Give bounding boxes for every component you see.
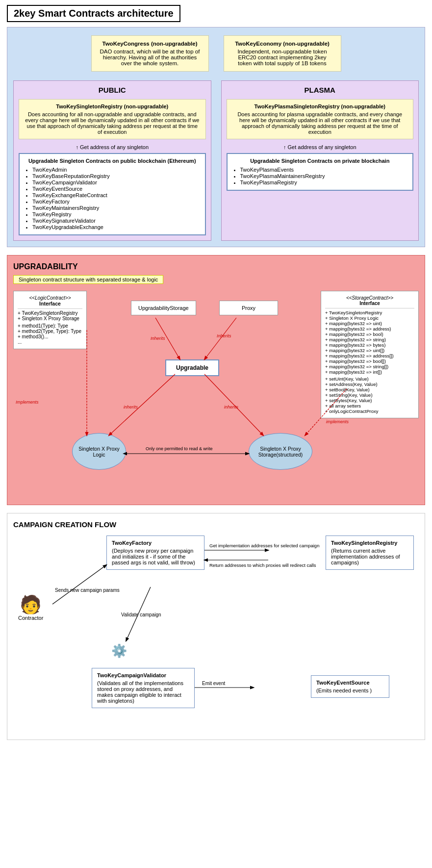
list-item: TwoKeyUpgradableExchange xyxy=(32,224,200,230)
svg-text:Get implementation addresses f: Get implementation addresses for selecte… xyxy=(209,543,319,548)
plasma-upgradable-list: TwoKeyPlasmaEvents TwoKeyPlasmaMaintaine… xyxy=(232,167,408,185)
page-title: 2key Smart Contracts architecture xyxy=(7,5,180,22)
si-line: + mapping(bytes32 => bytes) xyxy=(325,342,414,348)
si-line: + mapping(bytes32 => uint) xyxy=(325,321,414,326)
factory-box: TwoKeyFactory (Deploys new proxy per cam… xyxy=(106,536,204,570)
event-source-title: TwoKeyEventSource xyxy=(316,680,384,686)
campaign-title: CAMPAIGN CREATION FLOW xyxy=(13,520,419,529)
logic-stereotype: <<LogicContract>> xyxy=(18,295,82,301)
public-upgradable-title: Upgradable Singleton Contracts on public… xyxy=(25,158,200,164)
factory-desc: (Deploys new proxy per campaign and init… xyxy=(112,548,199,565)
singleton-registry-title: TwoKeySingletonRegistry xyxy=(331,540,408,546)
svg-text:implements: implements xyxy=(326,419,349,424)
si-line: + Singleton X Proxy Logic xyxy=(325,315,414,321)
svg-text:Only one permitted to read & w: Only one permitted to read & write xyxy=(146,446,213,451)
economy-title: TwoKeyEconomy (non-upgradable) xyxy=(231,41,334,47)
contractor-icon: 🧑 xyxy=(18,594,43,615)
si-line: + all array setters xyxy=(325,403,414,408)
logic-line4: + method2(Type, Type): Type xyxy=(18,329,82,334)
si-line: + mapping(bytes32 => uint[]) xyxy=(325,348,414,353)
economy-desc: Independent, non-upgradable token ERC20 … xyxy=(231,49,334,66)
si-line: + mapping(bytes32 => address) xyxy=(325,326,414,332)
economy-box: TwoKeyEconomy (non-upgradable) Independe… xyxy=(224,35,341,72)
proxy-box: Proxy xyxy=(219,301,278,315)
svg-text:inherits: inherits xyxy=(224,405,239,409)
svg-line-2 xyxy=(204,318,236,359)
si-line: + mapping(bytes32 => string) xyxy=(325,337,414,342)
list-item: TwoKeyAdmin xyxy=(32,167,200,173)
si-line: + setBytes(Key, Value) xyxy=(325,398,414,403)
svg-text:Emit event: Emit event xyxy=(202,681,225,686)
congress-box: TwoKeyCongress (non-upgradable) DAO cont… xyxy=(91,35,209,72)
contractor-figure: 🧑 Contractor xyxy=(18,594,43,621)
si-line: + mapping(bytes32 => address[]) xyxy=(325,353,414,358)
si-line: + setBool(Key, Value) xyxy=(325,387,414,392)
si-line: + setAddress(Key, Value) xyxy=(325,382,414,387)
si-line: + setString(Key, Value) xyxy=(325,392,414,398)
si-line: + onlyLogicContractProxy xyxy=(325,408,414,414)
event-source-desc: (Emits needed events ) xyxy=(316,688,384,693)
list-item: TwoKeyCampaignValidator xyxy=(32,179,200,185)
upgradability-storage-box: UpgradabilityStorage xyxy=(131,301,196,315)
list-item: TwoKeyRegistry xyxy=(32,211,200,217)
list-item: TwoKeyExchangeRateContract xyxy=(32,192,200,198)
svg-line-0 xyxy=(155,318,180,359)
list-item: TwoKeyMaintainersRegistry xyxy=(32,205,200,211)
public-upgradable-box: Upgradable Singleton Contracts on public… xyxy=(19,153,206,235)
plasma-upgradable-box: Upgradable Singleton Contracts on privat… xyxy=(227,153,414,191)
public-singleton-title: TwoKeySingletonRegistry (non-upgradable) xyxy=(24,103,201,109)
validator-desc: (Validates all of the implementations st… xyxy=(97,680,189,704)
plasma-singleton-title: TwoKeyPlasmaSingletonRegistry (non-upgra… xyxy=(232,103,408,109)
plasma-panel: PLASMA TwoKeyPlasmaSingletonRegistry (no… xyxy=(221,80,419,241)
upgradable-box: Upgradable xyxy=(165,359,219,376)
campaign-section: CAMPAIGN CREATION FLOW TwoKeyFactory (De… xyxy=(7,513,425,740)
logic-interface-title: Interface xyxy=(18,301,82,306)
storage-stereotype: <<StorageContract>> xyxy=(325,295,414,301)
svg-text:Validate campaign: Validate campaign xyxy=(121,612,161,617)
svg-text:Return addresses to which prox: Return addresses to which proxies will r… xyxy=(209,562,316,568)
si-line: + mapping(bytes32 => bool[]) xyxy=(325,358,414,364)
event-source-box: TwoKeyEventSource (Emits needed events ) xyxy=(311,675,389,698)
validator-title: TwoKeyCampaignValidator xyxy=(97,672,189,678)
list-item: TwoKeyPlasmaMaintainersRegistry xyxy=(240,173,408,179)
logic-line1: + TwoKeySingletonRegistry xyxy=(18,308,82,316)
si-line: + TwoKeySingletonRegistry xyxy=(325,310,414,315)
public-singleton-desc: Does accounting for all non-upgradable a… xyxy=(24,111,201,135)
logic-line5: + method3()... xyxy=(18,334,82,339)
public-singleton-box: TwoKeySingletonRegistry (non-upgradable)… xyxy=(19,99,206,139)
public-arrow-label: ↑ Get address of any singleton xyxy=(19,144,206,150)
svg-text:Sends new campaign params: Sends new campaign params xyxy=(55,587,120,593)
singleton-registry-box: TwoKeySingletonRegistry (Returns current… xyxy=(326,536,414,570)
list-item: TwoKeyPlasmaEvents xyxy=(240,167,408,173)
storage-interface-title: Interface xyxy=(325,301,414,306)
logic-interface-box: <<LogicContract>> Interface + TwoKeySing… xyxy=(13,291,87,349)
si-line: + mapping(bytes32 => int[]) xyxy=(325,369,414,375)
public-panel-title: PUBLIC xyxy=(19,86,206,94)
singleton-storage-circle: Singleton X Proxy Storage(structured) xyxy=(249,433,312,470)
logic-line3: + method1(Type): Type xyxy=(18,323,82,329)
svg-line-20 xyxy=(126,587,151,641)
svg-line-6 xyxy=(204,374,263,435)
si-line: + setUint(Key, Value) xyxy=(325,376,414,382)
plasma-panel-title: PLASMA xyxy=(227,86,414,94)
factory-title: TwoKeyFactory xyxy=(112,540,199,546)
si-line: + mapping(bytes32 => string[]) xyxy=(325,364,414,369)
upgrade-title: UPGRADABILITY xyxy=(13,262,419,271)
list-item: TwoKeySignatureValidator xyxy=(32,218,200,224)
arch-section: TwoKeyCongress (non-upgradable) DAO cont… xyxy=(7,27,425,247)
si-line: + mapping(bytes32 => bool) xyxy=(325,332,414,337)
logic-line6: ... xyxy=(18,339,82,345)
svg-text:Implements: Implements xyxy=(16,400,39,405)
public-upgradable-list: TwoKeyAdmin TwoKeyBaseReputationRegistry… xyxy=(25,167,200,230)
svg-text:Inherits: Inherits xyxy=(151,336,165,341)
plasma-arrow-label: ↑ Get address of any singleton xyxy=(227,144,414,150)
logic-line2: + Singleton X Proxy Storage xyxy=(18,316,82,321)
storage-interface-box: <<StorageContract>> Interface + TwoKeySi… xyxy=(321,291,419,418)
upgrade-section: UPGRADABILITY Singleton contract structu… xyxy=(7,255,425,505)
plasma-singleton-desc: Does accounting for plasma upgradable co… xyxy=(232,111,408,135)
singleton-registry-desc: (Returns current active implementation a… xyxy=(331,548,408,565)
plasma-upgradable-title: Upgradable Singleton Contracts on privat… xyxy=(232,158,408,164)
list-item: TwoKeyFactory xyxy=(32,199,200,204)
svg-text:Inherits: Inherits xyxy=(217,333,231,338)
singleton-logic-circle: Singleton X Proxy Logic xyxy=(72,433,126,470)
